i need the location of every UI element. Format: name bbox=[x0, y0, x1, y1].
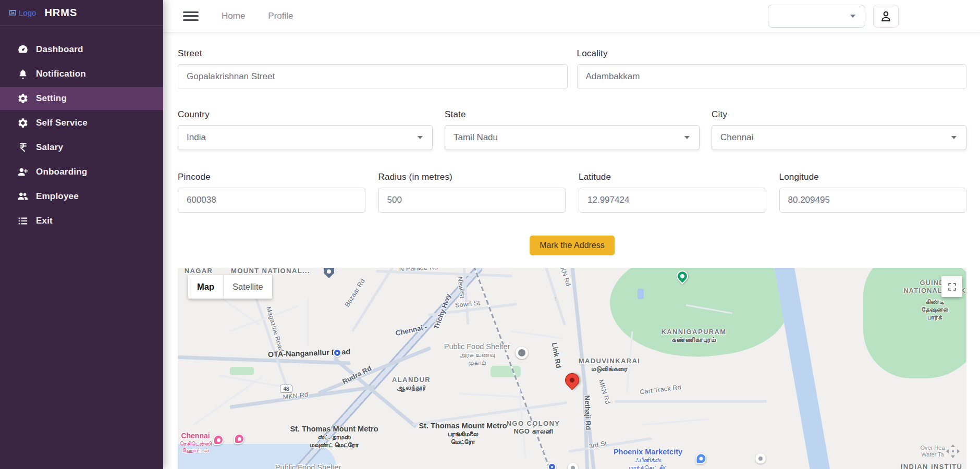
map-label: MKN Rd bbox=[597, 379, 611, 405]
arrow-marker: ↑ bbox=[554, 294, 557, 302]
chevron-down-icon bbox=[951, 136, 957, 139]
sidebar-item-employee[interactable]: Employee bbox=[0, 185, 163, 208]
user-profile-button[interactable] bbox=[873, 5, 899, 28]
latitude-field-group: Latitude bbox=[579, 172, 766, 213]
map-label: Phoenix Marketcityஃபீனிக்ஸ்மார்க்கெட் சி… bbox=[614, 448, 682, 469]
person-plus-icon bbox=[17, 166, 29, 178]
fullscreen-button[interactable] bbox=[941, 276, 962, 297]
nav-profile[interactable]: Profile bbox=[268, 11, 293, 21]
map-label: MKN Rd bbox=[557, 268, 572, 287]
map-road bbox=[308, 298, 309, 347]
radius-input[interactable] bbox=[378, 188, 566, 213]
map-road bbox=[412, 401, 568, 426]
map-road bbox=[569, 437, 653, 453]
state-select[interactable]: Tamil Nadu bbox=[445, 125, 700, 150]
sidebar-item-onboarding[interactable]: Onboarding bbox=[0, 161, 163, 183]
street-label: Street bbox=[178, 48, 568, 59]
sidebar-item-salary[interactable]: Salary bbox=[0, 136, 163, 159]
arrow-marker: ↓ bbox=[419, 385, 423, 393]
map-label: Over HeaWater Ta bbox=[920, 445, 945, 458]
chevron-down-icon bbox=[684, 136, 690, 139]
sidebar-item-label: Dashboard bbox=[36, 44, 83, 55]
map-label: Link Rd bbox=[550, 342, 562, 369]
country-select-value: India bbox=[187, 132, 418, 143]
pincode-input[interactable] bbox=[178, 188, 365, 213]
map-road bbox=[178, 355, 351, 365]
map-park-area bbox=[604, 268, 794, 369]
red-pin-marker[interactable] bbox=[562, 370, 582, 390]
metro-marker bbox=[548, 463, 556, 469]
sidebar-item-self-service[interactable]: Self Service bbox=[0, 112, 163, 134]
sidebar-item-dashboard[interactable]: Dashboard bbox=[0, 38, 163, 61]
city-select-value: Chennai bbox=[720, 132, 951, 143]
country-select[interactable]: India bbox=[178, 125, 433, 150]
locality-input[interactable] bbox=[577, 64, 967, 89]
chevron-down-icon bbox=[418, 136, 423, 139]
street-input[interactable] bbox=[178, 64, 568, 89]
map-road bbox=[511, 330, 563, 339]
nav-home[interactable]: Home bbox=[222, 11, 245, 21]
map-road bbox=[459, 393, 522, 398]
gear-icon bbox=[17, 93, 29, 104]
sidebar-item-exit[interactable]: Exit bbox=[0, 209, 163, 232]
sidebar: Logo HRMS Dashboard Notification Setting… bbox=[0, 0, 163, 469]
map-type-satellite-button[interactable]: Satellite bbox=[223, 275, 272, 299]
sidebar-header: Logo HRMS bbox=[0, 0, 163, 26]
map-type-map-button[interactable]: Map bbox=[188, 275, 223, 299]
hamburger-menu-icon[interactable] bbox=[183, 11, 199, 21]
latitude-input[interactable] bbox=[579, 188, 766, 213]
app-root: Logo HRMS Dashboard Notification Setting… bbox=[0, 0, 980, 469]
sidebar-item-notification[interactable]: Notification bbox=[0, 63, 163, 85]
map-road bbox=[193, 376, 262, 425]
map-label: Public Food Shelterஅரசு உணவுமுகாம் bbox=[444, 342, 510, 367]
person-icon bbox=[879, 9, 893, 23]
city-label: City bbox=[712, 109, 966, 120]
locality-field-group: Locality bbox=[577, 48, 967, 89]
city-field-group: City Chennai bbox=[712, 109, 966, 150]
sidebar-item-setting[interactable]: Setting bbox=[0, 87, 163, 110]
map-road bbox=[615, 400, 767, 403]
pincode-label: Pincode bbox=[178, 172, 365, 182]
sidebar-item-label: Setting bbox=[36, 93, 67, 104]
map[interactable]: NAGARMOUNT NATIONAL...N Parade RdBazaar … bbox=[178, 268, 966, 469]
pan-control-icon[interactable] bbox=[945, 443, 961, 462]
city-select[interactable]: Chennai bbox=[712, 125, 966, 150]
logo-alt-text: Logo bbox=[19, 8, 36, 17]
state-field-group: State Tamil Nadu bbox=[445, 109, 700, 150]
map-park-area bbox=[491, 366, 521, 377]
topbar: Home Profile bbox=[163, 0, 980, 33]
broken-image-icon bbox=[8, 8, 17, 17]
country-field-group: Country India bbox=[178, 109, 433, 150]
topbar-right bbox=[768, 5, 899, 28]
street-field-group: Street bbox=[178, 48, 568, 89]
country-label: Country bbox=[178, 109, 433, 120]
address-form: Street Locality Country India St bbox=[163, 33, 980, 469]
white-poi-marker bbox=[755, 453, 766, 464]
list-icon bbox=[17, 215, 29, 227]
sidebar-item-label: Onboarding bbox=[36, 167, 87, 177]
longitude-field-group: Longitude bbox=[779, 172, 967, 213]
topbar-dropdown[interactable] bbox=[768, 5, 865, 28]
map-label: Cart Track Rd bbox=[640, 384, 682, 396]
map-road bbox=[626, 331, 633, 393]
pink-lodge-marker bbox=[213, 435, 224, 445]
sidebar-item-label: Employee bbox=[36, 191, 79, 202]
mark-address-button[interactable]: Mark the Address bbox=[530, 236, 615, 255]
longitude-input[interactable] bbox=[779, 188, 967, 213]
radius-label: Radius (in metres) bbox=[378, 172, 566, 182]
gray-poi-marker bbox=[516, 347, 528, 359]
shield-nat-marker bbox=[324, 268, 334, 278]
chevron-down-icon bbox=[850, 15, 855, 18]
map-road bbox=[642, 418, 709, 426]
bell-icon bbox=[17, 68, 29, 80]
gear-icon bbox=[17, 117, 29, 129]
sidebar-item-label: Salary bbox=[36, 142, 63, 153]
longitude-label: Longitude bbox=[779, 172, 967, 182]
main-area: Home Profile Street Locality bbox=[163, 0, 980, 469]
latitude-label: Latitude bbox=[579, 172, 766, 182]
broken-logo-image: Logo bbox=[8, 8, 36, 17]
metro-marker bbox=[333, 349, 341, 357]
map-road bbox=[376, 270, 512, 277]
blue-shop-marker bbox=[696, 453, 707, 464]
sidebar-item-label: Notification bbox=[36, 69, 86, 79]
